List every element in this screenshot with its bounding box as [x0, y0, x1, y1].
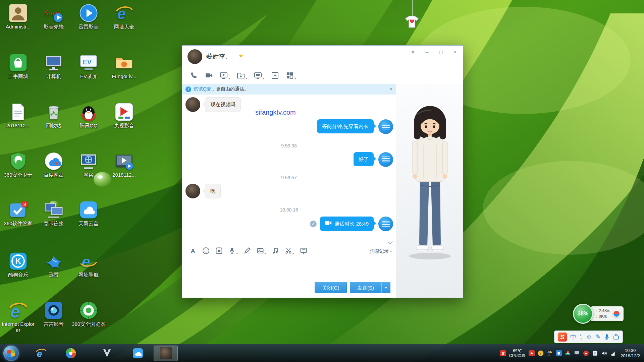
music-icon[interactable] — [270, 246, 281, 256]
taskbar-item-internet-explorer[interactable]: e — [34, 346, 49, 361]
voice-call-icon[interactable] — [188, 71, 200, 81]
maximize-icon[interactable]: □ — [437, 48, 445, 56]
ime-handwriting-icon[interactable]: ✎ — [595, 333, 600, 341]
desktop-icon-baidupan[interactable]: 百度网盘 — [36, 152, 71, 178]
desktop-icon-soft360[interactable]: 8360软件管家 — [1, 200, 36, 227]
desktop-icon-shop[interactable]: 二手商城 — [1, 53, 36, 79]
notice-close-icon[interactable]: × — [389, 86, 392, 92]
desktop-icon-video[interactable]: 2018112... — [107, 152, 142, 178]
tray-icon-signal[interactable] — [610, 350, 616, 356]
screen-share-icon[interactable]: ▾ — [218, 71, 232, 81]
self-avatar[interactable] — [378, 119, 393, 134]
desktop-icon-network[interactable]: 网络 — [71, 152, 106, 178]
desktop-icon-computer[interactable]: 计算机 — [36, 53, 71, 79]
desktop-icon-ie-nav2[interactable]: e网址导航 — [71, 251, 106, 278]
chat-message[interactable]: 好了 — [354, 152, 374, 166]
send-file-icon[interactable]: ▾ — [235, 71, 249, 81]
peer-avatar[interactable] — [185, 184, 200, 198]
qmai-link[interactable]: 试试Q麦 — [194, 86, 211, 92]
apps-icon[interactable]: ▾ — [284, 71, 298, 81]
tray-icon-speaker[interactable] — [601, 350, 607, 356]
taskbar-item-qq-chat[interactable] — [154, 346, 178, 361]
send-options-caret-icon[interactable]: ▾ — [381, 282, 390, 293]
desktop-icon-ev[interactable]: EVEV录屏 — [71, 53, 106, 79]
taskbar-item-sogou-browser[interactable] — [63, 346, 78, 361]
taskbar-item-maxthon-browser[interactable] — [99, 346, 115, 361]
tray-icon-clipboard[interactable] — [592, 350, 598, 356]
desktop-icon-label: 网络 — [71, 172, 106, 178]
magic-expression-icon[interactable] — [214, 246, 224, 256]
sogou-ime-icon[interactable]: S — [558, 333, 567, 342]
peer-avatar[interactable] — [187, 49, 202, 64]
tray-icon-flower360[interactable] — [565, 350, 571, 356]
qq-show-character[interactable] — [396, 101, 464, 262]
clock[interactable]: 10:30 2018/12/2 — [619, 348, 640, 359]
desktop-icon-recycle[interactable]: 回收站 — [36, 102, 71, 129]
peer-avatar[interactable] — [185, 97, 200, 112]
ime-language-toggle[interactable]: 中 — [570, 333, 576, 341]
minimize-icon[interactable]: – — [423, 48, 431, 56]
image-icon[interactable]: ▾ — [255, 246, 268, 256]
remote-desktop-icon[interactable]: ▾ — [252, 71, 266, 81]
360-badge-icon[interactable] — [613, 310, 620, 317]
screenshot-icon[interactable]: ▾ — [283, 246, 296, 256]
desktop-icon-xunlei-player[interactable]: 迅雷影音 — [71, 3, 106, 30]
self-avatar[interactable] — [378, 217, 393, 231]
ime-microphone-icon[interactable] — [604, 333, 610, 341]
desktop-icon-jiji[interactable]: 吉吉影音 — [36, 301, 71, 327]
desktop-icon-browser360[interactable]: 360安全浏览器 — [71, 301, 106, 327]
chat-message[interactable]: 现在视频吗 — [205, 97, 241, 112]
desktop-icon-shield360[interactable]: 360安全卫士 — [1, 152, 36, 178]
start-button[interactable] — [3, 346, 19, 361]
message-history-label: 消息记录 — [370, 248, 389, 254]
tray-icon-red-player[interactable] — [529, 350, 535, 356]
close-icon[interactable]: × — [451, 48, 460, 56]
tray-icon-umbrella[interactable] — [547, 350, 553, 356]
ime-emoji-icon[interactable]: ☺ — [586, 333, 592, 341]
music-icon — [272, 247, 279, 256]
send-button[interactable]: 发送(S) — [350, 282, 381, 293]
scroll-to-bottom-icon[interactable] — [387, 240, 393, 244]
desktop-icon-user[interactable]: Administr... — [1, 3, 36, 30]
desktop-icon-saes[interactable]: Saes影音先锋 — [36, 3, 71, 30]
self-avatar[interactable] — [378, 152, 393, 167]
chat-message[interactable]: 等两分钟,先穿着内衣 — [317, 119, 374, 133]
desktop-icon-ie[interactable]: eInternet Explorer — [1, 301, 36, 333]
taskbar-item-cloud-drive[interactable] — [130, 346, 146, 361]
message-history-button[interactable]: 消息记录▾ — [370, 248, 392, 254]
tray-icon-blue-chip[interactable] — [556, 350, 562, 356]
font-icon[interactable]: A — [187, 246, 198, 256]
desktop-icon-cloud189[interactable]: 天翼云盘 — [71, 200, 106, 227]
chat-message[interactable]: 嗯 — [205, 184, 221, 198]
desktop-icon-ie-nav[interactable]: e网址大全 — [107, 3, 142, 30]
memory-percent[interactable]: 38% — [573, 304, 593, 324]
desktop-icon-fungo[interactable]: FungoLiv... — [107, 53, 142, 79]
qq-show-panel[interactable] — [396, 84, 463, 298]
desktop-icon-cctv[interactable]: 央视影音 — [107, 102, 142, 129]
message-input[interactable] — [182, 258, 396, 280]
call-record-message[interactable]: 通话时长 28:49 — [320, 217, 374, 231]
desktop-icon-doc[interactable]: 2018112... — [1, 102, 36, 129]
desktop-icon-qq[interactable]: 腾讯QQ — [71, 102, 106, 129]
tray-icon-red-badge[interactable] — [583, 350, 589, 356]
window-more-icon[interactable]: ▾ — [409, 48, 417, 56]
desktop-icon-xunlei[interactable]: 迅雷 — [36, 251, 71, 278]
desktop-icon-label: 二手商城 — [1, 73, 36, 79]
ime-punctuation-toggle[interactable]: ’, — [580, 333, 583, 341]
tray-icon-sogou[interactable]: S — [500, 350, 506, 356]
emoticon-icon[interactable] — [201, 246, 211, 256]
360-float-ball[interactable]: 38% ↑ 2.4K/s ↓ 0K/s — [573, 304, 624, 324]
tray-icon-gold-coin[interactable]: ¥ — [538, 350, 544, 356]
desktop-icon-kugou[interactable]: K酷狗音乐 — [1, 251, 36, 278]
video-call-icon[interactable] — [203, 71, 215, 81]
ime-toolbox-icon[interactable] — [613, 333, 619, 341]
desktop-icon-broadband[interactable]: 宽带连接 — [36, 200, 71, 227]
qq-show-shirt-widget[interactable] — [405, 15, 419, 28]
tray-icon-grey-device[interactable] — [574, 350, 580, 356]
chat-titlebar[interactable]: 莪姓李、 ★ ▾ – □ × — [182, 46, 463, 68]
close-chat-button[interactable]: 关闭(C) — [315, 282, 347, 293]
message-box-icon[interactable] — [298, 246, 309, 256]
doodle-icon[interactable] — [242, 246, 253, 256]
create-discussion-icon[interactable] — [269, 71, 281, 81]
voice-message-icon[interactable]: ▾ — [227, 246, 239, 256]
